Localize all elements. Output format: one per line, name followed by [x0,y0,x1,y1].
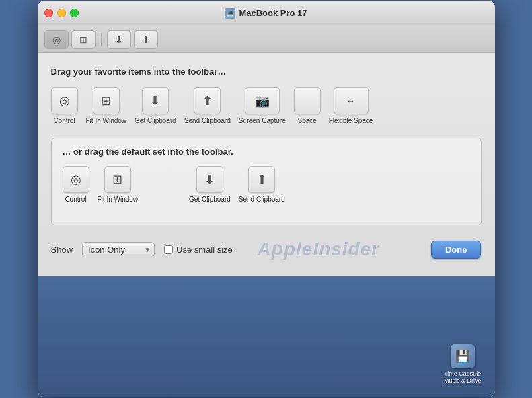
item-get-clipboard[interactable]: ⬇ Get Clipboard [135,87,176,124]
flexible-space-label: Flexible Space [329,117,373,124]
toolbar-items-row: ◎ Control ⊞ Fit In Window ⬇ Get Clipboar… [51,87,482,124]
fit-in-window-icon: ⊞ [93,87,120,114]
watermark-text: AppleInsider [258,239,380,260]
send-clipboard-icon: ⬆ [194,87,221,114]
toolbar-strip: ◎ ⊞ ⬇ ⬆ [38,26,495,53]
item-fit-in-window[interactable]: ⊞ Fit In Window [86,87,127,124]
default-item-fit-in-window[interactable]: ⊞ Fit In Window [98,166,139,203]
default-send-clipboard-label: Send Clipboard [239,196,285,203]
screen-capture-label: Screen Capture [239,117,286,124]
window-title-icon: 💻 [225,8,235,19]
toolbar-send-clipboard-btn[interactable]: ⬆ [134,30,158,49]
toolbar-separator [101,33,102,46]
show-select-wrapper[interactable]: Icon Only Icon and Text Text Only ▼ [82,242,155,257]
flexible-space-icon: ↔ [334,87,369,114]
default-items-row: ◎ Control ⊞ Fit In Window ⬇ Get Clipboar… [63,166,470,203]
fit-in-window-label: Fit In Window [86,117,127,124]
default-fit-in-window-icon: ⊞ [104,166,131,193]
get-clipboard-label: Get Clipboard [135,117,176,124]
desktop-icon-label: Time CapsuleMusic & Drive [444,370,482,384]
toolbar-get-clipboard-btn[interactable]: ⬇ [107,30,131,49]
desktop-area: 💾 Time CapsuleMusic & Drive [38,276,495,397]
small-size-checkbox[interactable] [164,245,173,254]
small-size-label: Use small size [176,245,233,255]
item-screen-capture[interactable]: 📷 Screen Capture [239,87,286,124]
control-label: Control [53,117,75,124]
default-set-box: … or drag the default set into the toolb… [51,138,482,225]
default-item-get-clipboard[interactable]: ⬇ Get Clipboard [189,166,231,203]
default-get-clipboard-label: Get Clipboard [189,196,231,203]
default-control-label: Control [65,196,86,203]
send-clipboard-label: Send Clipboard [184,117,231,124]
default-item-send-clipboard[interactable]: ⬆ Send Clipboard [239,166,285,203]
item-space[interactable]: Space [294,87,321,124]
desktop-icon: 💾 Time CapsuleMusic & Drive [444,344,482,384]
control-icon: ◎ [51,87,78,114]
done-button[interactable]: Done [431,241,482,259]
content-area: Drag your favorite items into the toolba… [38,53,495,276]
space-label: Space [298,117,317,124]
close-button[interactable] [44,9,53,17]
maximize-button[interactable] [70,9,79,17]
default-control-icon: ◎ [63,166,89,193]
item-send-clipboard[interactable]: ⬆ Send Clipboard [184,87,231,124]
drag-instruction-text: Drag your favorite items into the toolba… [51,67,482,77]
bottom-bar: Show Icon Only Icon and Text Text Only ▼… [51,236,482,263]
show-select[interactable]: Icon Only Icon and Text Text Only [82,242,155,257]
default-get-clipboard-icon: ⬇ [196,166,223,193]
get-clipboard-icon: ⬇ [142,87,169,114]
item-control[interactable]: ◎ Control [51,87,78,124]
toolbar-control-btn[interactable]: ◎ [44,30,69,49]
show-label: Show [51,245,73,255]
toolbar-fit-btn[interactable]: ⊞ [71,30,96,49]
item-flexible-space[interactable]: ↔ Flexible Space [329,87,373,124]
default-set-instruction: … or drag the default set into the toolb… [63,147,470,157]
minimize-button[interactable] [57,9,66,17]
screen-capture-icon: 📷 [245,87,280,114]
main-window: 💻 MacBook Pro 17 ◎ ⊞ ⬇ ⬆ Drag your favor… [38,1,495,397]
titlebar: 💻 MacBook Pro 17 [38,1,495,26]
space-icon [294,87,321,114]
small-size-checkbox-label[interactable]: Use small size [164,245,233,255]
default-fit-in-window-label: Fit In Window [98,196,139,203]
traffic-lights [44,9,79,17]
desktop-icon-image: 💾 [451,344,475,368]
default-item-control[interactable]: ◎ Control [63,166,89,203]
default-send-clipboard-icon: ⬆ [248,166,275,193]
window-title: 💻 MacBook Pro 17 [225,8,307,19]
